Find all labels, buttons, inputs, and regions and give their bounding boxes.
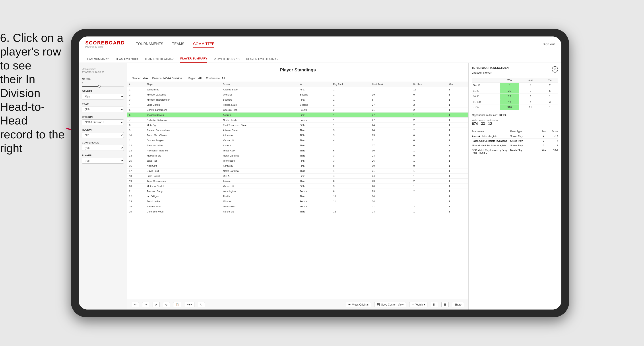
sub-nav-player-summary[interactable]: PLAYER SUMMARY bbox=[180, 57, 207, 63]
grid-button[interactable]: ☷ bbox=[441, 302, 449, 307]
gender-select[interactable]: Men bbox=[82, 94, 124, 100]
year-select[interactable]: (All) bbox=[82, 107, 124, 112]
sub-nav-player-h2h-heatmap[interactable]: PLAYER H2H HEATMAP bbox=[246, 57, 278, 63]
sub-nav-team-summary[interactable]: TEAM SUMMARY bbox=[85, 57, 109, 63]
save-custom-button[interactable]: 💾 Save Custom View bbox=[374, 302, 406, 307]
table-row[interactable]: 2 Michael La Sasso Ole Miss Second 1 19 … bbox=[127, 92, 468, 97]
sign-out-button[interactable]: Sign out bbox=[542, 42, 555, 46]
compare-button[interactable]: ☷ bbox=[431, 302, 438, 307]
cell-yr: Fourth bbox=[298, 107, 332, 113]
cell-rds: 1 bbox=[412, 184, 447, 189]
table-row[interactable]: 8 Mats Ege East Tennessee State Fifth 1 … bbox=[127, 123, 468, 128]
cell-school: Washington bbox=[221, 189, 298, 194]
cell-yr: Third bbox=[298, 138, 332, 143]
paste-button[interactable]: 📋 bbox=[173, 302, 181, 307]
table-row[interactable]: 6 Jackson Koivun Auburn First 1 27 1 1 bbox=[127, 113, 468, 118]
cell-num: 1 bbox=[127, 87, 145, 92]
tourn-pos: 4 bbox=[539, 135, 548, 138]
table-row[interactable]: 12 Brendan Valles Auburn Third 1 27 0 1 bbox=[127, 143, 468, 148]
table-row[interactable]: 13 Phichaksn Maichon Texas A&M Third 6 3… bbox=[127, 148, 468, 153]
cell-conf-rank: 8 bbox=[370, 97, 412, 102]
player-select[interactable]: (All) bbox=[82, 158, 124, 164]
table-row[interactable]: 10 Jacob Max Olesen Arkansas Fifth 3 25 … bbox=[127, 133, 468, 138]
conference-select[interactable]: (All) bbox=[82, 145, 124, 151]
table-row[interactable]: 24 Bastien Amat New Mexico Fourth 1 27 2… bbox=[127, 204, 468, 209]
cell-yr: Fifth bbox=[298, 133, 332, 138]
no-rds-label: No Rds. bbox=[82, 78, 124, 80]
cell-win: 1 bbox=[447, 169, 468, 173]
filters-row: Gender: Men Division: NCAA Division I Re… bbox=[127, 75, 468, 82]
table-row[interactable]: 20 Matthew Riedel Vanderbilt Fifth 3 20 … bbox=[127, 184, 468, 189]
undo-button[interactable]: ↩ bbox=[132, 302, 139, 307]
tourn-score: -17 bbox=[548, 144, 558, 147]
cell-reg-rank: 1 bbox=[331, 102, 370, 107]
copy-button[interactable]: ⧉ bbox=[163, 302, 170, 307]
cell-num: 25 bbox=[127, 209, 145, 214]
year-label: Year bbox=[82, 103, 124, 105]
no-rds-slider[interactable] bbox=[82, 86, 124, 87]
h2h-tournament-row: Fallan Oak Collegiate Invitational Strok… bbox=[472, 139, 558, 143]
cell-num: 24 bbox=[127, 204, 145, 209]
cell-school: North Florida bbox=[221, 118, 298, 123]
cell-conf-rank: 19 bbox=[370, 92, 412, 97]
table-row[interactable]: 21 Taehoon Song Washington Fourth 6 23 2… bbox=[127, 189, 468, 194]
table-row[interactable]: 9 Preston Summerhays Arizona State Third… bbox=[127, 128, 468, 133]
h2h-close-button[interactable]: ✕ bbox=[552, 66, 558, 72]
cell-reg-rank: 4 bbox=[331, 173, 370, 179]
h2h-range: 11-25 bbox=[472, 88, 500, 94]
cell-player: Bastien Amat bbox=[145, 204, 221, 209]
table-row[interactable]: 5 Christo Lamprecht Georgia Tech Fourth … bbox=[127, 107, 468, 113]
table-row[interactable]: 15 Jake Hall Tennessee Fifth 3 26 1 1 bbox=[127, 158, 468, 163]
cell-num: 22 bbox=[127, 194, 145, 199]
table-row[interactable]: 23 Jack Lundin Missouri Fourth 11 24 1 1 bbox=[127, 199, 468, 204]
refresh-button[interactable]: ↻ bbox=[198, 302, 205, 307]
cell-reg-rank: 4 bbox=[331, 138, 370, 143]
sub-nav-team-h2h-heatmap[interactable]: TEAM H2H HEATMAP bbox=[144, 57, 174, 63]
h2h-col-range bbox=[472, 78, 500, 83]
cell-num: 12 bbox=[127, 143, 145, 148]
cell-win: 1 bbox=[447, 107, 468, 113]
cell-yr: Third bbox=[298, 179, 332, 184]
nav-teams[interactable]: TEAMS bbox=[172, 41, 184, 47]
redo-button[interactable]: ↪ bbox=[142, 302, 149, 307]
view-original-button[interactable]: 👁 View: Original bbox=[346, 302, 371, 307]
nav-committee[interactable]: COMMITTEE bbox=[193, 41, 214, 47]
cell-num: 8 bbox=[127, 123, 145, 128]
sub-nav-player-h2h-grid[interactable]: PLAYER H2H GRID bbox=[214, 57, 240, 63]
share-button[interactable]: Share bbox=[452, 302, 464, 307]
table-row[interactable]: 25 Cole Sherwood Vanderbilt Third 12 23 … bbox=[127, 209, 468, 214]
cell-school: Texas A&M bbox=[221, 148, 298, 153]
cell-yr: Fourth bbox=[298, 199, 332, 204]
table-row[interactable]: 18 Luke Powell UCLA First 4 24 1 1 bbox=[127, 173, 468, 179]
table-row[interactable]: 11 Gordon Sargent Vanderbilt Third 4 21 … bbox=[127, 138, 468, 143]
cell-conf-rank: 27 bbox=[370, 113, 412, 118]
h2h-panel: In Division Head-to-Head Jackson Koivun … bbox=[468, 63, 562, 310]
division-select[interactable]: NCAA Division I bbox=[82, 119, 124, 125]
sub-nav-team-h2h-grid[interactable]: TEAM H2H GRID bbox=[116, 57, 138, 63]
nav-tournaments[interactable]: TOURNAMENTS bbox=[136, 41, 163, 47]
cell-conf-rank: 24 bbox=[370, 128, 412, 133]
forward-button[interactable]: ➤ bbox=[152, 302, 160, 307]
table-row[interactable]: 3 Michael Thorbjornsen Stanford First 1 … bbox=[127, 97, 468, 102]
table-row[interactable]: 22 Ian Gilligan Florida Third 10 24 1 1 bbox=[127, 194, 468, 199]
col-reg-rank: Reg Rank bbox=[331, 82, 370, 87]
cell-yr: Fourth bbox=[298, 189, 332, 194]
table-row[interactable]: 19 Tiger Christensen Arizona Third 8 23 … bbox=[127, 179, 468, 184]
cell-player: Mats Ege bbox=[145, 123, 221, 128]
watch-button[interactable]: 👁 Watch ▾ bbox=[409, 302, 428, 307]
table-row[interactable]: 16 Alex Goff Kentucky Fifth 8 19 0 1 bbox=[127, 163, 468, 169]
region-select[interactable]: N/A bbox=[82, 132, 124, 138]
table-row[interactable]: 7 Nicholas Gabrelcik North Florida Fourt… bbox=[127, 118, 468, 123]
h2h-range: 51-100 bbox=[472, 99, 500, 105]
cell-conf-rank: 24 bbox=[370, 199, 412, 204]
table-row[interactable]: 17 David Ford North Carolina Third 1 21 … bbox=[127, 169, 468, 173]
table-row[interactable]: 4 Luke Claton Florida State Second 1 27 … bbox=[127, 102, 468, 107]
table-row[interactable]: 14 Maxwell Ford North Carolina Third 3 2… bbox=[127, 153, 468, 158]
cell-num: 13 bbox=[127, 148, 145, 153]
tourn-score: 18-1 bbox=[548, 149, 558, 154]
h2h-loss: 11 bbox=[519, 105, 542, 110]
table-row[interactable]: 1 Wenyi Ding Arizona State First 1 11 1 bbox=[127, 87, 468, 92]
h2h-tournament-row: Amer Ari Intercollegiate Stroke Play 4 -… bbox=[472, 134, 558, 139]
settings-button[interactable]: ●●● bbox=[185, 302, 194, 307]
cell-num: 6 bbox=[127, 113, 145, 118]
